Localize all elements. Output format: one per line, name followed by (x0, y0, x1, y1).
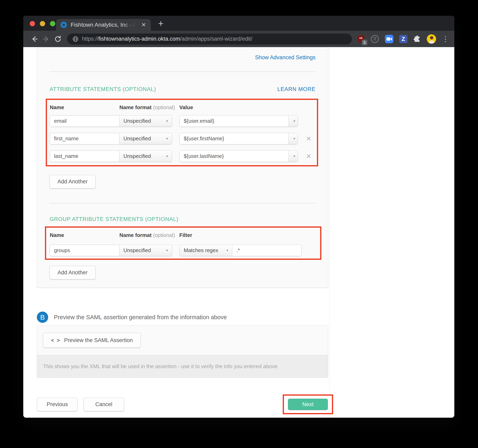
close-window-button[interactable] (30, 21, 35, 26)
chevron-down-icon: ▼ (293, 137, 296, 140)
column-header-name-format: Name format (optional) (120, 104, 179, 111)
value-dropdown-button[interactable]: ▼ (288, 133, 298, 144)
new-tab-button[interactable]: + (157, 18, 165, 28)
saml-preview-panel: < > Preview the SAML Assertion This show… (37, 325, 328, 378)
value-dropdown-button[interactable]: ▼ (288, 116, 298, 127)
add-another-attribute-button[interactable]: Add Another (50, 175, 95, 188)
chevron-down-icon: ▼ (165, 137, 169, 140)
attribute-statements-annotation-box: Name Name format (optional) Value Unspec… (46, 99, 318, 166)
column-header-name: Name (50, 104, 120, 111)
group-attribute-row: Unspecified▼ Matches regex▼ (50, 245, 320, 256)
url-text: https://fishtownanalytics-admin.okta.com… (82, 36, 252, 42)
extensions-puzzle-icon[interactable] (413, 35, 421, 43)
delete-row-icon[interactable]: ✕ (305, 135, 313, 142)
attribute-row: Unspecified▼ ▼ ✕ (50, 150, 317, 162)
back-icon[interactable] (31, 35, 38, 43)
chevron-down-icon: ▼ (293, 154, 296, 158)
name-format-select[interactable]: Unspecified▼ (120, 245, 172, 256)
chevron-down-icon: ▼ (293, 119, 296, 123)
zoom-window-button[interactable] (50, 21, 55, 26)
extensions-area: ub 5 Z ⋮ (357, 34, 449, 44)
name-format-select[interactable]: Unspecified▼ (120, 115, 172, 127)
attribute-value-input[interactable] (180, 151, 288, 162)
profile-avatar[interactable] (427, 34, 436, 44)
tab-title: Fishtown Analytics, Inc - Applic (71, 22, 137, 28)
chevron-down-icon: ▼ (226, 249, 229, 252)
globe-icon (72, 36, 79, 42)
attribute-name-input[interactable] (50, 115, 120, 127)
code-brackets-icon: < > (51, 337, 61, 344)
forward-icon[interactable] (42, 35, 50, 43)
show-advanced-settings-link[interactable]: Show Advanced Settings (255, 54, 315, 61)
attribute-value-combobox[interactable]: ▼ (180, 133, 298, 144)
filter-value-input[interactable] (232, 245, 302, 256)
cancel-button[interactable]: Cancel (84, 398, 124, 411)
value-dropdown-button[interactable]: ▼ (288, 151, 298, 162)
page-content: Show Advanced Settings ATTRIBUTE STATEME… (23, 47, 454, 418)
minimize-window-button[interactable] (40, 21, 45, 26)
attribute-statements-title: ATTRIBUTE STATEMENTS (OPTIONAL) (50, 86, 156, 92)
divider (50, 203, 315, 203)
column-header-name-format: Name format (optional) (120, 232, 179, 239)
reload-icon[interactable] (54, 35, 62, 43)
attribute-name-input[interactable] (50, 133, 120, 144)
next-button[interactable]: Next (288, 399, 328, 410)
ublock-extension-icon[interactable]: ub 5 (357, 35, 365, 43)
saml-settings-panel: Show Advanced Settings ATTRIBUTE STATEME… (37, 47, 328, 288)
divider (50, 71, 315, 72)
step-b-label: Preview the SAML assertion generated fro… (54, 314, 227, 321)
group-attribute-annotation-box: Name Name format (optional) Filter Unspe… (45, 227, 321, 260)
chevron-down-icon: ▼ (165, 119, 169, 123)
name-format-select[interactable]: Unspecified▼ (120, 133, 172, 144)
window-controls (30, 21, 55, 26)
filter-type-select[interactable]: Matches regex▼ (180, 245, 232, 256)
close-tab-icon[interactable]: ✕ (141, 22, 146, 28)
group-attribute-statements-title: GROUP ATTRIBUTE STATEMENTS (OPTIONAL) (50, 216, 315, 222)
chevron-down-icon: ▼ (165, 154, 169, 158)
attribute-value-combobox[interactable]: ▼ (180, 115, 298, 127)
learn-more-link[interactable]: LEARN MORE (277, 86, 315, 92)
address-bar[interactable]: https://fishtownanalytics-admin.okta.com… (67, 34, 352, 44)
previous-button[interactable]: Previous (37, 398, 77, 411)
browser-window: Fishtown Analytics, Inc - Applic ✕ + htt… (23, 16, 454, 418)
tab-strip: Fishtown Analytics, Inc - Applic ✕ + (23, 16, 454, 31)
attribute-value-input[interactable] (180, 116, 288, 127)
name-format-select[interactable]: Unspecified▼ (120, 150, 172, 162)
browser-toolbar: https://fishtownanalytics-admin.okta.com… (23, 31, 454, 47)
onepassword-extension-icon[interactable] (371, 35, 379, 43)
column-header-filter: Filter (179, 232, 320, 239)
column-header-value: Value (179, 104, 317, 111)
delete-row-icon[interactable]: ✕ (305, 153, 313, 160)
z-extension-icon[interactable]: Z (399, 35, 407, 43)
browser-menu-icon[interactable]: ⋮ (442, 37, 449, 41)
add-another-group-attribute-button[interactable]: Add Another (50, 266, 95, 279)
attribute-value-combobox[interactable]: ▼ (180, 150, 298, 162)
group-name-input[interactable] (50, 245, 120, 256)
column-header-name: Name (50, 232, 120, 239)
step-b-badge: B (37, 312, 48, 323)
browser-tab[interactable]: Fishtown Analytics, Inc - Applic ✕ (56, 19, 151, 31)
okta-favicon-icon (61, 22, 67, 28)
attribute-name-input[interactable] (50, 150, 120, 162)
attribute-value-input[interactable] (180, 133, 288, 144)
svg-text:ub: ub (359, 36, 362, 39)
zoom-extension-icon[interactable] (385, 35, 394, 43)
next-button-annotation-box: Next (283, 394, 333, 414)
main-content-column: Show Advanced Settings ATTRIBUTE STATEME… (23, 47, 330, 418)
attribute-row: Unspecified▼ ▼ ✕ (50, 133, 317, 144)
chevron-down-icon: ▼ (165, 249, 169, 252)
preview-note-text: This shows you the XML that will be used… (37, 355, 328, 378)
attribute-row: Unspecified▼ ▼ (50, 115, 317, 127)
preview-saml-assertion-button[interactable]: < > Preview the SAML Assertion (43, 333, 141, 348)
ublock-badge: 5 (362, 40, 367, 45)
